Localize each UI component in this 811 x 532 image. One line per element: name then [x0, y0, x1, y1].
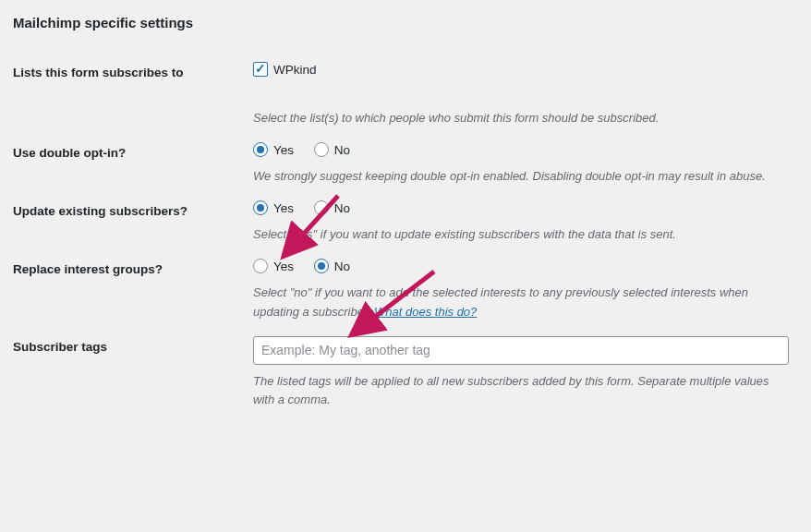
description-update-existing: Select "yes" if you want to update exist…: [253, 225, 789, 244]
radio-double-opt-in-yes-label[interactable]: Yes: [253, 142, 294, 157]
radio-replace-interests-yes-label[interactable]: Yes: [253, 259, 294, 273]
checkbox-wpkind-label[interactable]: WPkind: [253, 62, 317, 77]
label-double-opt-in: Use double opt-in?: [13, 131, 253, 189]
radio-double-opt-in-yes-text: Yes: [273, 143, 294, 157]
radio-double-opt-in-no-label[interactable]: No: [314, 142, 350, 157]
radio-update-existing-yes-text: Yes: [273, 201, 294, 215]
description-subscriber-tags: The listed tags will be applied to all n…: [253, 372, 789, 409]
description-replace-interests-text: Select "no" if you want to add the selec…: [253, 285, 748, 318]
radio-replace-interests-yes[interactable]: [253, 259, 268, 273]
radio-replace-interests-no[interactable]: [314, 259, 329, 273]
update-existing-radio-group: Yes No: [253, 200, 789, 218]
radio-replace-interests-no-text: No: [334, 260, 350, 273]
description-replace-interests: Select "no" if you want to add the selec…: [253, 284, 789, 320]
subscriber-tags-input[interactable]: [253, 336, 789, 366]
checkbox-wpkind-text: WPkind: [273, 63, 317, 77]
label-lists: Lists this form subscribes to: [13, 51, 253, 131]
radio-replace-interests-yes-text: Yes: [273, 260, 294, 273]
checkbox-wpkind[interactable]: [253, 62, 268, 77]
radio-update-existing-no[interactable]: [314, 200, 329, 215]
radio-double-opt-in-yes[interactable]: [253, 142, 268, 157]
description-double-opt-in: We strongly suggest keeping double opt-i…: [253, 167, 789, 186]
label-update-existing: Update existing subscribers?: [13, 189, 253, 248]
radio-replace-interests-no-label[interactable]: No: [314, 259, 350, 273]
radio-update-existing-yes[interactable]: [253, 200, 268, 215]
row-lists: Lists this form subscribes to WPkind Sel…: [13, 51, 798, 131]
double-opt-in-radio-group: Yes No: [253, 142, 789, 160]
label-replace-interests: Replace interest groups?: [13, 248, 253, 324]
link-what-does-this-do[interactable]: What does this do?: [374, 305, 477, 319]
replace-interests-radio-group: Yes No: [253, 259, 789, 276]
radio-update-existing-yes-label[interactable]: Yes: [253, 200, 294, 215]
description-lists: Select the list(s) to which people who s…: [253, 109, 789, 127]
row-update-existing: Update existing subscribers? Yes No Sele…: [13, 189, 798, 248]
row-subscriber-tags: Subscriber tags The listed tags will be …: [13, 325, 798, 414]
row-replace-interests: Replace interest groups? Yes No Select "…: [13, 248, 798, 324]
label-subscriber-tags: Subscriber tags: [13, 325, 253, 414]
mailchimp-settings-panel: Mailchimp specific settings Lists this f…: [0, 0, 811, 423]
radio-update-existing-no-text: No: [334, 201, 350, 215]
radio-double-opt-in-no[interactable]: [314, 142, 329, 157]
settings-table: Lists this form subscribes to WPkind Sel…: [13, 51, 798, 414]
section-title: Mailchimp specific settings: [13, 15, 798, 30]
radio-double-opt-in-no-text: No: [334, 143, 350, 157]
row-double-opt-in: Use double opt-in? Yes No We strongly su…: [13, 131, 798, 189]
lists-checkbox-group: WPkind: [253, 62, 789, 79]
radio-update-existing-no-label[interactable]: No: [314, 200, 350, 215]
